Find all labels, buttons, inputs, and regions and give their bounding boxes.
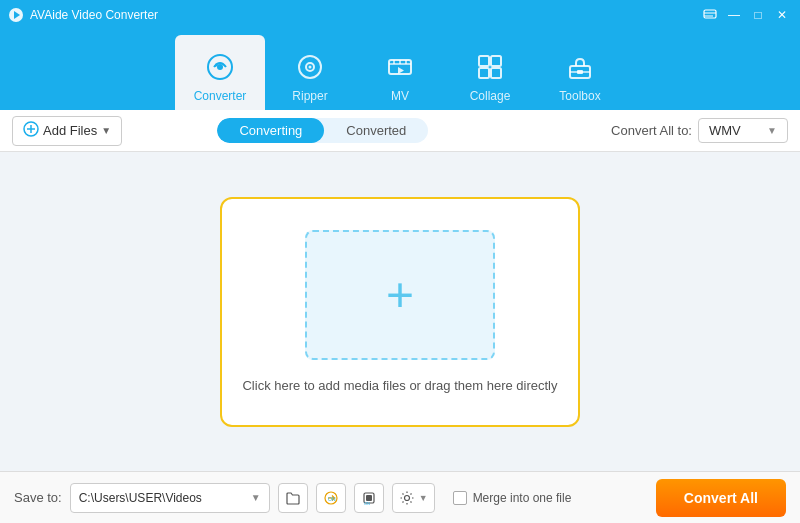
convert-all-to-label: Convert All to: (611, 123, 692, 138)
bottom-bar: Save to: C:\Users\USER\Videos ▼ ON ON ▼ … (0, 471, 800, 523)
add-files-label: Add Files (43, 123, 97, 138)
converter-icon (206, 53, 234, 85)
nav-label-toolbox: Toolbox (559, 89, 600, 103)
svg-text:ON: ON (328, 496, 336, 502)
collage-icon (476, 53, 504, 85)
nav-item-mv[interactable]: MV (355, 35, 445, 110)
nav-label-ripper: Ripper (292, 89, 327, 103)
merge-checkbox[interactable] (453, 491, 467, 505)
add-plus-icon (23, 121, 39, 141)
svg-text:ON: ON (364, 501, 370, 506)
nav-label-converter: Converter (194, 89, 247, 103)
maximize-button[interactable]: □ (748, 5, 768, 25)
ripper-icon (296, 53, 324, 85)
title-bar-controls: — □ ✕ (700, 5, 792, 25)
svg-rect-2 (704, 10, 716, 18)
settings-button[interactable]: ▼ (392, 483, 435, 513)
format-value: WMV (709, 123, 741, 138)
toolbox-icon (566, 53, 594, 85)
svg-marker-14 (398, 67, 404, 74)
title-bar: AVAide Video Converter — □ ✕ (0, 0, 800, 30)
drop-prompt: Click here to add media files or drag th… (242, 378, 557, 393)
save-to-label: Save to: (14, 490, 62, 505)
save-path-box[interactable]: C:\Users\USER\Videos ▼ (70, 483, 270, 513)
svg-rect-16 (491, 56, 501, 66)
merge-label-text: Merge into one file (473, 491, 572, 505)
tab-group: Converting Converted (217, 118, 428, 143)
title-bar-left: AVAide Video Converter (8, 7, 158, 23)
add-files-dropdown-arrow: ▼ (101, 125, 111, 136)
nav-item-ripper[interactable]: Ripper (265, 35, 355, 110)
svg-point-30 (404, 495, 409, 500)
convert-all-button[interactable]: Convert All (656, 479, 786, 517)
add-files-button[interactable]: Add Files ▼ (12, 116, 122, 146)
nav-item-collage[interactable]: Collage (445, 35, 535, 110)
nav-bar: Converter Ripper MV (0, 30, 800, 110)
svg-rect-15 (479, 56, 489, 66)
message-button[interactable] (700, 5, 720, 25)
nav-item-toolbox[interactable]: Toolbox (535, 35, 625, 110)
svg-rect-17 (479, 68, 489, 78)
nav-label-mv: MV (391, 89, 409, 103)
settings-arrow: ▼ (419, 493, 428, 503)
nav-item-converter[interactable]: Converter (175, 35, 265, 110)
save-path-arrow: ▼ (251, 492, 261, 503)
svg-point-9 (309, 65, 312, 68)
format-dropdown-arrow: ▼ (767, 125, 777, 136)
tab-converting[interactable]: Converting (217, 118, 324, 143)
merge-checkbox-label[interactable]: Merge into one file (453, 491, 572, 505)
app-title: AVAide Video Converter (30, 8, 158, 22)
save-path-text: C:\Users\USER\Videos (79, 491, 245, 505)
svg-rect-18 (491, 68, 501, 78)
format-select[interactable]: WMV ▼ (698, 118, 788, 143)
minimize-button[interactable]: — (724, 5, 744, 25)
mv-icon (386, 53, 414, 85)
hardware-accel-button[interactable]: ON (354, 483, 384, 513)
app-logo-icon (8, 7, 24, 23)
open-folder-button[interactable] (278, 483, 308, 513)
drop-inner-box: + (305, 230, 495, 360)
drop-zone[interactable]: + Click here to add media files or drag … (220, 197, 580, 427)
quick-convert-button[interactable]: ON (316, 483, 346, 513)
tab-converted[interactable]: Converted (324, 118, 428, 143)
toolbar: Add Files ▼ Converting Converted Convert… (0, 110, 800, 152)
convert-all-to: Convert All to: WMV ▼ (611, 118, 788, 143)
svg-point-6 (217, 64, 223, 70)
add-media-icon: + (386, 271, 414, 319)
main-content: + Click here to add media files or drag … (0, 152, 800, 471)
svg-rect-21 (577, 70, 583, 74)
nav-label-collage: Collage (470, 89, 511, 103)
close-button[interactable]: ✕ (772, 5, 792, 25)
